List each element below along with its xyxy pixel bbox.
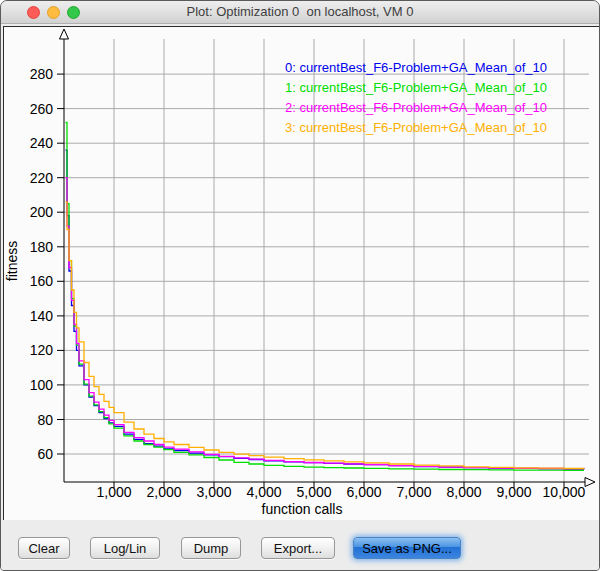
- y-tick-label: 160: [30, 273, 54, 289]
- window-title: Plot: Optimization 0 on localhost, VM 0: [1, 1, 599, 23]
- button-toolbar: Clear Log/Lin Dump Export... Save as PNG…: [1, 520, 599, 571]
- legend-entry: 0: currentBest_F6-Problem+GA_Mean_of_10: [285, 58, 547, 78]
- chart-legend: 0: currentBest_F6-Problem+GA_Mean_of_10 …: [285, 58, 547, 138]
- clear-button[interactable]: Clear: [18, 537, 70, 559]
- y-tick-label: 240: [30, 135, 54, 151]
- x-tick-label: 6,000: [346, 484, 381, 500]
- legend-entry: 3: currentBest_F6-Problem+GA_Mean_of_10: [285, 118, 547, 138]
- plot-panel: 1,0002,0003,0004,0005,0006,0007,0008,000…: [3, 26, 600, 522]
- y-tick-label: 180: [30, 239, 54, 255]
- dump-button[interactable]: Dump: [181, 537, 241, 559]
- y-axis-label: fitness: [4, 151, 20, 371]
- export-button[interactable]: Export...: [261, 537, 335, 559]
- series-line-1: [66, 123, 585, 471]
- title-bar[interactable]: Plot: Optimization 0 on localhost, VM 0: [1, 1, 599, 24]
- series-line-3: [66, 202, 585, 469]
- plot-window: Plot: Optimization 0 on localhost, VM 0 …: [0, 0, 600, 571]
- x-tick-label: 5,000: [296, 484, 331, 500]
- x-axis-label: function calls: [4, 501, 600, 517]
- legend-entry: 1: currentBest_F6-Problem+GA_Mean_of_10: [285, 78, 547, 98]
- y-tick-label: 60: [37, 446, 53, 462]
- series-lines: [66, 123, 585, 471]
- y-tick-label: 200: [30, 204, 54, 220]
- y-tick-label: 140: [30, 308, 54, 324]
- log-lin-button[interactable]: Log/Lin: [90, 537, 160, 559]
- y-tick-label: 120: [30, 342, 54, 358]
- x-axis-arrow-icon: [585, 478, 595, 487]
- y-tick-label: 280: [30, 66, 54, 82]
- y-axis-arrow-icon: [60, 29, 69, 39]
- x-tick-label: 3,000: [196, 484, 231, 500]
- series-line-2: [66, 178, 585, 469]
- save-as-png-button[interactable]: Save as PNG...: [353, 537, 461, 559]
- x-tick-label: 7,000: [396, 484, 431, 500]
- y-tick-label: 80: [37, 412, 53, 428]
- x-tick-label: 8,000: [446, 484, 481, 500]
- series-line-0: [66, 150, 585, 469]
- x-tick-label: 9,000: [496, 484, 531, 500]
- x-tick-label: 2,000: [146, 484, 181, 500]
- x-tick-label: 4,000: [246, 484, 281, 500]
- y-tick-label: 100: [30, 377, 54, 393]
- legend-entry: 2: currentBest_F6-Problem+GA_Mean_of_10: [285, 98, 547, 118]
- y-tick-label: 260: [30, 101, 54, 117]
- x-tick-label: 1,000: [96, 484, 131, 500]
- x-tick-label: 10,000: [543, 484, 586, 500]
- y-tick-label: 220: [30, 170, 54, 186]
